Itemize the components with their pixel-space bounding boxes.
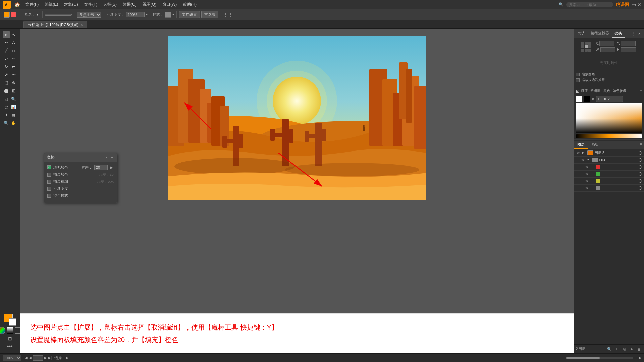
point-shape-select[interactable]: 3 点圆形: [77, 12, 101, 18]
layer-003-expand-icon[interactable]: ▼: [587, 158, 591, 162]
color-picker-area[interactable]: [576, 103, 642, 133]
magic-stroke-color-checkbox[interactable]: [47, 173, 51, 177]
more-tools-btn[interactable]: •••: [7, 343, 13, 349]
window-controls[interactable]: ▭ ✕: [632, 2, 641, 7]
document-tab[interactable]: 未标题-1* @ 100% (RGB/预览) ×: [23, 21, 87, 28]
color-panel-menu[interactable]: ≡: [640, 89, 642, 93]
layers-find-btn[interactable]: 🔍: [606, 346, 612, 352]
layer-row-red[interactable]: 👁 ...: [574, 164, 644, 171]
layer-gray-eye[interactable]: 👁: [585, 186, 589, 190]
menu-object[interactable]: 对象(O): [61, 1, 80, 8]
anchor-br[interactable]: [588, 49, 591, 52]
rect-tool[interactable]: □: [10, 47, 17, 54]
preferences-btn[interactable]: 首选项: [201, 11, 218, 18]
fill-color-swatch[interactable]: [4, 12, 10, 18]
search-input[interactable]: [566, 2, 613, 7]
layer-green-eye[interactable]: 👁: [585, 172, 589, 176]
fg-bg-colors[interactable]: [4, 314, 16, 326]
direct-select-tool[interactable]: ↖: [10, 31, 17, 38]
column-tool[interactable]: ▦: [10, 111, 17, 119]
layers-delete-btn[interactable]: 🗑: [636, 346, 642, 352]
scale-corners-checkbox[interactable]: [576, 73, 580, 76]
free-transform-tool[interactable]: ⬚: [3, 79, 10, 86]
pen-tool[interactable]: ✒: [3, 39, 10, 46]
layers-add-btn[interactable]: +: [614, 346, 620, 352]
selection-tool[interactable]: ▸: [3, 31, 10, 38]
layer2-expand-icon[interactable]: ▶: [582, 151, 586, 155]
gradient-mode-btn[interactable]: [7, 327, 13, 334]
layers-copy-btn[interactable]: ⎘: [621, 346, 627, 352]
artboard[interactable]: [168, 36, 426, 200]
menu-select[interactable]: 选择(S): [101, 1, 119, 8]
brush-tool[interactable]: 🖌: [3, 55, 10, 62]
symbol-tool[interactable]: ✦: [3, 111, 10, 119]
layers-merge-btn[interactable]: ⬇: [629, 346, 635, 352]
panel-dock-icon[interactable]: ⋮: [632, 31, 636, 36]
magic-panel-title[interactable]: 魔棒 — × ≡: [44, 153, 117, 162]
layer-select-btn[interactable]: ⊞: [7, 335, 13, 342]
gradient-tool[interactable]: ◱: [3, 95, 10, 103]
layer2-circle[interactable]: [639, 151, 642, 155]
magic-tolerance-input[interactable]: [94, 165, 108, 170]
layer-row-yellow[interactable]: 👁 ...: [574, 178, 644, 185]
chart-tool[interactable]: 📊: [10, 103, 17, 111]
style-arrow[interactable]: ▾: [172, 13, 174, 16]
scale-stroke-checkbox[interactable]: [576, 78, 580, 82]
menu-view[interactable]: 视图(Q): [140, 1, 159, 8]
none-mode-btn[interactable]: [15, 327, 20, 334]
color-mode-btn[interactable]: [0, 327, 5, 334]
last-page-btn[interactable]: ▶|: [48, 356, 52, 360]
line-tool[interactable]: ╱: [3, 47, 10, 54]
menu-help[interactable]: 帮助(H): [180, 1, 199, 8]
style-swatch[interactable]: [165, 12, 171, 18]
layer-yellow-circle[interactable]: [639, 179, 642, 183]
next-page-btn[interactable]: ▶: [44, 356, 47, 360]
home-icon[interactable]: 🏠: [13, 1, 21, 8]
layer-row-green[interactable]: 👁 ...: [574, 171, 644, 178]
scale-tool[interactable]: ⤢: [3, 71, 10, 78]
menu-effect[interactable]: 效果(C): [120, 1, 139, 8]
menu-file[interactable]: 文件(F): [23, 1, 41, 8]
eyedropper-tool[interactable]: 🔍: [10, 95, 17, 103]
paint-bucket-tool[interactable]: ⬤: [3, 87, 10, 95]
layer2-eye-icon[interactable]: 👁: [576, 150, 581, 155]
anchor-tc[interactable]: [585, 42, 588, 45]
magic-opacity-checkbox[interactable]: [47, 187, 51, 191]
arrange-icon[interactable]: ⋮⋮: [223, 12, 233, 17]
panel-options-icon[interactable]: ⋮: [637, 44, 641, 49]
align-tab[interactable]: 对齐: [575, 29, 588, 38]
layer-row-gray[interactable]: 👁 ...: [574, 185, 644, 192]
zoom-tool[interactable]: 🔍: [3, 119, 10, 127]
white-swatch[interactable]: [576, 96, 582, 102]
magic-panel-close[interactable]: ×: [104, 155, 109, 160]
w-input[interactable]: [600, 47, 615, 52]
opacity-input[interactable]: [126, 12, 145, 17]
artboard-tab[interactable]: 画板: [588, 141, 602, 149]
hex-color-input[interactable]: [596, 96, 623, 102]
y-input[interactable]: [621, 41, 636, 46]
magic-fill-color-checkbox[interactable]: ✓: [47, 165, 51, 169]
anchor-bl[interactable]: [581, 49, 584, 52]
page-input[interactable]: [33, 355, 43, 361]
first-page-btn[interactable]: |◀: [24, 356, 28, 360]
reflect-tool[interactable]: ⇌: [10, 63, 17, 70]
zoom-select[interactable]: 100%: [3, 355, 21, 361]
play-btn[interactable]: ▶: [66, 356, 68, 360]
anchor-tr[interactable]: [588, 42, 591, 45]
rotate-tool[interactable]: ↻: [3, 63, 10, 70]
anchor-tl[interactable]: [581, 42, 584, 45]
layer-red-circle[interactable]: [639, 165, 642, 169]
magic-stroke-width-checkbox[interactable]: [47, 180, 51, 184]
shape-builder-tool[interactable]: ⊕: [10, 79, 17, 86]
prev-page-btn[interactable]: ◀: [29, 356, 32, 360]
pathfinder-tab[interactable]: 路径查找器: [588, 29, 612, 38]
hand-tool[interactable]: ✋: [10, 119, 17, 127]
layer-gray-circle[interactable]: [639, 186, 642, 190]
menu-edit[interactable]: 编辑(E): [42, 1, 61, 8]
canvas-wrapper[interactable]: 魔棒 — × ≡ ✓ 填充颜色 容差： ▶: [20, 29, 574, 313]
h-input[interactable]: [621, 47, 636, 52]
doc-settings-btn[interactable]: 文档设置: [179, 11, 200, 18]
black-swatch[interactable]: [584, 96, 590, 102]
pencil-tool[interactable]: ✏: [10, 55, 17, 62]
layer-red-eye[interactable]: 👁: [585, 165, 589, 169]
